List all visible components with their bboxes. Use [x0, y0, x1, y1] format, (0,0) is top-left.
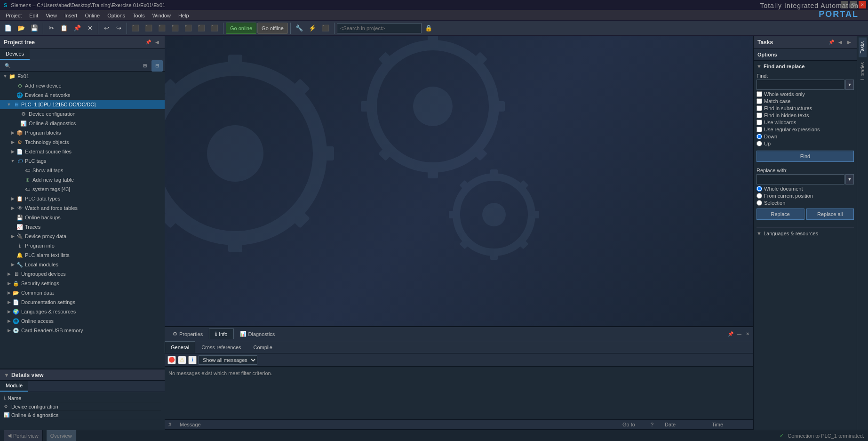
tb-btn4[interactable]: ⬛ [169, 23, 181, 34]
delete-button[interactable]: ✕ [84, 23, 96, 34]
filter-info-btn[interactable]: ℹ [188, 356, 197, 364]
tree-view-btn1[interactable]: ⊞ [139, 60, 151, 72]
copy-button[interactable]: 📋 [58, 23, 70, 34]
replace-from-current-radio[interactable] [757, 193, 762, 199]
overview-btn[interactable]: Overview [47, 430, 76, 441]
tasks-left-btn[interactable]: ◀ [836, 39, 844, 46]
tab-devices[interactable]: Devices [0, 49, 30, 60]
direction-up-radio[interactable] [757, 141, 762, 146]
vstrip-tab-libraries[interactable]: Libraries [859, 58, 867, 84]
canvas-area[interactable] [165, 36, 753, 326]
direction-down-radio[interactable] [757, 134, 762, 139]
tree-item-prog-blocks[interactable]: ▶ 📦 Program blocks [0, 128, 165, 137]
tree-item-traces[interactable]: 📈 Traces [0, 222, 165, 232]
tree-item-online-backups[interactable]: 💾 Online backups [0, 213, 165, 222]
tree-item-device-proxy[interactable]: ▶ 🔌 Device proxy data [0, 232, 165, 241]
menu-project[interactable]: Project [2, 12, 25, 19]
tb-extra1[interactable]: 🔧 [293, 23, 305, 34]
tb-btn5[interactable]: ⬛ [182, 23, 194, 34]
tree-item-watch-force[interactable]: ▶ 👁 Watch and force tables [0, 203, 165, 213]
details-row-device-config[interactable]: ⚙ Device configuration [4, 402, 161, 411]
open-button[interactable]: 📂 [15, 23, 27, 34]
match-case-checkbox[interactable] [757, 98, 762, 104]
save-button[interactable]: 💾 [28, 23, 40, 34]
find-substructures-checkbox[interactable] [757, 105, 762, 111]
tb-btn2[interactable]: ⬛ [143, 23, 155, 34]
tab-info[interactable]: ℹ Info [209, 329, 233, 339]
use-wildcards-checkbox[interactable] [757, 120, 762, 125]
tb-extra2[interactable]: ⚡ [306, 23, 319, 34]
search-in-project-input[interactable] [337, 23, 422, 33]
search-settings-button[interactable]: 🔒 [422, 23, 435, 34]
tb-btn1[interactable]: ⬛ [129, 23, 142, 34]
menu-tools[interactable]: Tools [129, 12, 149, 19]
find-button[interactable]: Find [757, 151, 854, 162]
bottom-panel-close[interactable]: ✕ [744, 330, 751, 338]
tb-btn3[interactable]: ⬛ [156, 23, 168, 34]
paste-button[interactable]: 📌 [71, 23, 83, 34]
menu-window[interactable]: Window [149, 12, 175, 19]
tree-item-show-all-tags[interactable]: 🏷 Show all tags [0, 166, 165, 175]
tree-item-lang-resources[interactable]: ▶ 🌍 Languages & resources [0, 307, 165, 316]
tree-item-ex01[interactable]: ▼ 📁 Ex01 [0, 72, 165, 81]
tree-search-btn[interactable]: 🔍 [2, 60, 13, 72]
undo-button[interactable]: ↩ [101, 23, 112, 34]
bottom-panel-min[interactable]: — [735, 330, 743, 338]
tasks-pin-btn[interactable]: 📌 [828, 39, 835, 46]
menu-insert[interactable]: Insert [61, 12, 81, 19]
tree-item-tech-objects[interactable]: ▶ ⚙ Technology objects [0, 137, 165, 147]
find-text-input[interactable] [757, 80, 844, 90]
tree-item-add-tag-table[interactable]: ⊕ Add new tag table [0, 175, 165, 184]
replace-button[interactable]: Replace [757, 208, 804, 220]
pin-button[interactable]: 📌 [144, 39, 152, 46]
cut-button[interactable]: ✂ [46, 23, 57, 34]
close-button[interactable]: ✕ [859, 1, 866, 8]
tree-item-add-device[interactable]: ⊕ Add new device [0, 81, 165, 90]
tree-view-btn2[interactable]: ⊟ [151, 60, 163, 72]
tree-item-plc1[interactable]: ▼ 🖥 PLC_1 [CPU 1215C DC/DC/DC] [0, 100, 165, 109]
tb-extra3[interactable]: ⬛ [319, 23, 332, 34]
tree-item-ext-source[interactable]: ▶ 📄 External source files [0, 147, 165, 156]
tree-item-devices-networks[interactable]: 🌐 Devices & networks [0, 90, 165, 100]
tb-btn6[interactable]: ⬛ [195, 23, 207, 34]
bottom-panel-pin[interactable]: 📌 [727, 330, 734, 338]
portal-view-btn[interactable]: ◀ Portal view [4, 430, 43, 441]
menu-edit[interactable]: Edit [25, 12, 42, 19]
tree-item-online-access[interactable]: ▶ 🌐 Online access [0, 316, 165, 326]
tree-item-common-data[interactable]: ▶ 📂 Common data [0, 288, 165, 297]
collapse-left-button[interactable]: ◀ [153, 39, 161, 46]
tree-item-card-reader[interactable]: ▶ 💿 Card Reader/USB memory [0, 326, 165, 335]
replace-whole-doc-radio[interactable] [757, 186, 762, 192]
tree-item-plc-data-types[interactable]: ▶ 📋 PLC data types [0, 194, 165, 203]
tree-item-doc-settings[interactable]: ▶ 📄 Documentation settings [0, 297, 165, 307]
menu-online[interactable]: Online [81, 12, 104, 19]
tree-item-plc-tags[interactable]: ▼ 🏷 PLC tags [0, 156, 165, 166]
redo-button[interactable]: ↪ [113, 23, 124, 34]
tree-item-plc-alarm[interactable]: 🔔 PLC alarm text lists [0, 250, 165, 260]
tab-properties[interactable]: ⚙ Properties [167, 329, 209, 339]
message-filter-select[interactable]: Show all messages Errors only Warnings o… [199, 355, 257, 365]
menu-view[interactable]: View [42, 12, 61, 19]
find-dropdown-btn[interactable]: ▼ [845, 80, 854, 90]
filter-tab-cross-refs[interactable]: Cross-references [195, 341, 247, 353]
new-button[interactable]: 📄 [2, 23, 14, 34]
find-replace-header[interactable]: ▼ Find and replace [757, 64, 854, 69]
vstrip-tab-tasks[interactable]: Tasks [859, 38, 867, 57]
menu-options[interactable]: Options [104, 12, 129, 19]
tree-item-device-config[interactable]: ⚙ Device configuration [0, 109, 165, 119]
find-hidden-checkbox[interactable] [757, 112, 762, 118]
tree-item-ungrouped[interactable]: ▶ 🖥 Ungrouped devices [0, 269, 165, 279]
tree-item-local-modules[interactable]: ▶ 🔧 Local modules [0, 260, 165, 269]
replace-all-button[interactable]: Replace all [806, 208, 854, 220]
tab-module[interactable]: Module [0, 381, 28, 392]
tree-item-security[interactable]: ▶ 🔒 Security settings [0, 279, 165, 288]
tb-btn7[interactable]: ⬛ [208, 23, 221, 34]
filter-warning-btn[interactable]: ⚠ [178, 356, 186, 364]
go-online-button[interactable]: Go online [226, 23, 256, 34]
replace-dropdown-btn[interactable]: ▼ [845, 174, 854, 184]
tasks-right-btn[interactable]: ▶ [845, 39, 853, 46]
tree-item-online-diag[interactable]: 📊 Online & diagnostics [0, 119, 165, 128]
tree-item-system-tags[interactable]: 🏷 system tags [43] [0, 184, 165, 194]
filter-tab-general[interactable]: General [165, 341, 195, 353]
go-offline-button[interactable]: Go offline [257, 23, 288, 34]
